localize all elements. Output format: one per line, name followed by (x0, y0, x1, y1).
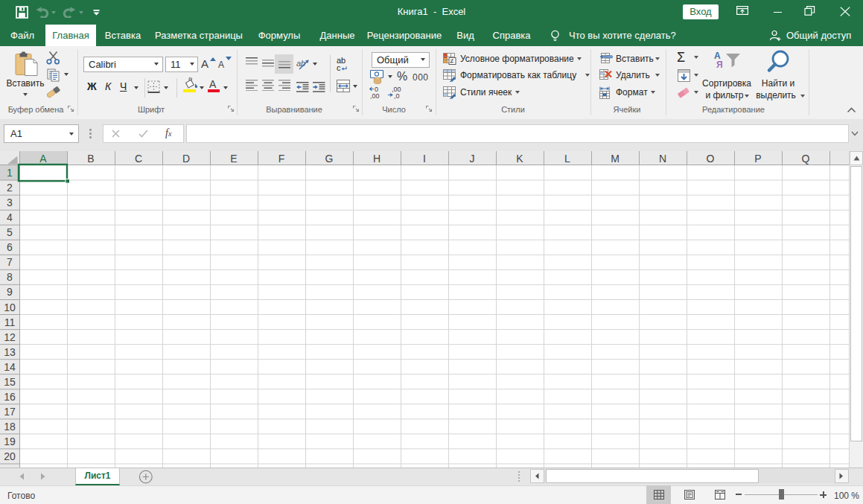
svg-text:12: 12 (4, 331, 16, 343)
svg-text:Я: Я (716, 60, 723, 70)
svg-text:5: 5 (7, 226, 13, 238)
svg-text:J: J (470, 153, 475, 165)
svg-text:10: 10 (4, 302, 16, 313)
svg-text:≠: ≠ (450, 57, 454, 65)
svg-text:B: B (87, 153, 94, 165)
svg-text:D: D (182, 153, 190, 165)
svg-text:13: 13 (4, 346, 16, 358)
svg-text:L: L (564, 153, 570, 165)
svg-text:8: 8 (7, 271, 13, 283)
svg-text:,0: ,0 (394, 92, 400, 100)
svg-text:F: F (278, 153, 285, 165)
svg-text:20: 20 (4, 450, 16, 462)
svg-text:K: K (516, 153, 523, 165)
svg-text:c: c (337, 63, 341, 71)
svg-text:,00: ,00 (370, 92, 380, 100)
svg-text:14: 14 (4, 361, 16, 373)
svg-text:O: O (707, 153, 715, 165)
svg-text:H: H (373, 153, 380, 165)
svg-text:M: M (611, 153, 620, 165)
svg-text:A: A (39, 153, 47, 165)
svg-text:15: 15 (4, 376, 16, 388)
svg-text:2: 2 (7, 182, 13, 194)
svg-text:18: 18 (4, 421, 16, 433)
svg-text:ab: ab (296, 59, 305, 68)
svg-text:G: G (325, 153, 334, 165)
svg-text:4: 4 (7, 211, 13, 223)
svg-text:P: P (754, 153, 761, 165)
svg-text:3: 3 (7, 197, 13, 208)
svg-text:17: 17 (4, 406, 16, 418)
svg-text:C: C (135, 153, 142, 165)
svg-text:19: 19 (4, 436, 16, 447)
svg-text:Q: Q (802, 153, 810, 165)
svg-text:1: 1 (7, 167, 13, 179)
svg-text:N: N (659, 153, 666, 165)
svg-text:I: I (423, 153, 426, 165)
svg-text:6: 6 (7, 241, 13, 253)
svg-text:7: 7 (7, 256, 13, 268)
svg-text:E: E (230, 153, 237, 165)
svg-text:16: 16 (4, 391, 16, 403)
svg-text:11: 11 (4, 316, 16, 328)
svg-text:9: 9 (7, 286, 13, 298)
